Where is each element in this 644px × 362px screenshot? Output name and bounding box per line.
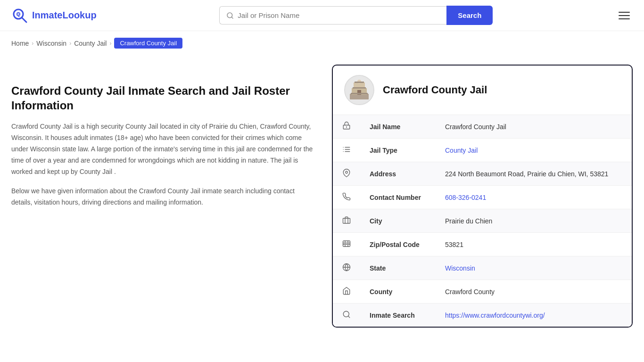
table-label: Address [360,162,436,186]
hamburger-line-3 [619,18,630,19]
table-label: Inmate Search [360,304,436,327]
table-label: Jail Type [360,139,436,162]
table-label: City [360,209,436,233]
address-icon [333,162,360,186]
table-label: Zip/Postal Code [360,233,436,256]
table-row: Zip/Postal Code53821 [333,233,632,256]
page-description-1: Crawford County Jail is a high security … [11,121,313,177]
jail-avatar [344,75,374,105]
search-button[interactable]: Search [446,6,493,25]
table-row: CityPrairie du Chien [333,209,632,233]
table-row: CountyCrawford County [333,280,632,304]
breadcrumb-state[interactable]: Wisconsin [36,40,66,47]
zip-icon [333,233,360,256]
site-header: Q InmateLookup Search [0,0,644,31]
table-value-link[interactable]: County Jail [445,147,478,154]
jail-icon [333,115,360,139]
search-input-wrapper[interactable] [219,6,446,25]
svg-rect-24 [343,241,350,247]
table-value-link[interactable]: https://www.crawfordcountywi.org/ [445,312,545,319]
state-icon [333,256,360,280]
table-row: Inmate Searchhttps://www.crawfordcountyw… [333,304,632,327]
chevron-icon-3: › [109,40,111,47]
svg-text:Q: Q [17,12,20,17]
city-icon [333,209,360,233]
phone-icon [333,186,360,209]
search-bar: Search [219,6,493,25]
table-row: Contact Number608-326-0241 [333,186,632,209]
breadcrumb-category[interactable]: County Jail [74,40,107,47]
type-icon [333,139,360,162]
svg-point-22 [346,171,348,173]
table-value: Crawford County [436,280,632,304]
svg-rect-13 [355,82,364,83]
chevron-icon-1: › [32,40,33,47]
info-table: Jail NameCrawford County JailJail TypeCo… [333,115,632,327]
hamburger-line-2 [619,15,630,16]
svg-line-5 [231,17,233,18]
search-magnifier-icon [226,12,234,19]
page-title: Crawford County Jail Inmate Search and J… [11,83,313,113]
search-input[interactable] [238,11,440,19]
table-value: Crawford County Jail [436,115,632,139]
main-content: Crawford County Jail Inmate Search and J… [0,55,644,346]
svg-line-1 [22,17,26,22]
county-icon [333,280,360,304]
table-row: Jail NameCrawford County Jail [333,115,632,139]
svg-rect-11 [351,93,368,94]
table-value: Prairie du Chien [436,209,632,233]
table-label: Jail Name [360,115,436,139]
table-value[interactable]: https://www.crawfordcountywi.org/ [436,304,632,327]
jail-building-icon [348,79,371,101]
table-value[interactable]: 608-326-0241 [436,186,632,209]
table-value-link[interactable]: Wisconsin [445,264,475,272]
card-title: Crawford County Jail [383,84,487,96]
table-value[interactable]: County Jail [436,139,632,162]
left-panel: Crawford County Jail Inmate Search and J… [11,65,313,328]
card-header: Crawford County Jail [333,66,632,115]
svg-line-28 [348,316,349,317]
table-label: Contact Number [360,186,436,209]
table-row: Jail TypeCounty Jail [333,139,632,162]
logo-icon: Q [11,7,28,24]
table-row: Address224 North Beaumont Road, Prairie … [333,162,632,186]
search-icon [333,304,360,327]
info-card: Crawford County Jail Jail NameCrawford C… [332,65,633,328]
table-label: County [360,280,436,304]
breadcrumb-current: Crawford County Jail [114,38,182,49]
table-label: State [360,256,436,280]
table-value[interactable]: Wisconsin [436,256,632,280]
logo-text: InmateLookup [32,10,97,21]
table-row: StateWisconsin [333,256,632,280]
breadcrumb: Home › Wisconsin › County Jail › Crawfor… [0,31,644,55]
table-value-link[interactable]: 608-326-0241 [445,194,486,201]
right-panel: Crawford County Jail Jail NameCrawford C… [332,65,633,328]
logo[interactable]: Q InmateLookup [11,7,97,24]
table-value: 224 North Beaumont Road, Prairie du Chie… [436,162,632,186]
chevron-icon-2: › [69,40,71,47]
hamburger-menu-button[interactable] [616,9,633,22]
page-description-2: Below we have given information about th… [11,186,313,208]
svg-rect-23 [343,218,350,223]
table-value: 53821 [436,233,632,256]
svg-rect-12 [353,87,366,89]
breadcrumb-home[interactable]: Home [11,40,29,47]
hamburger-line-1 [619,12,630,13]
